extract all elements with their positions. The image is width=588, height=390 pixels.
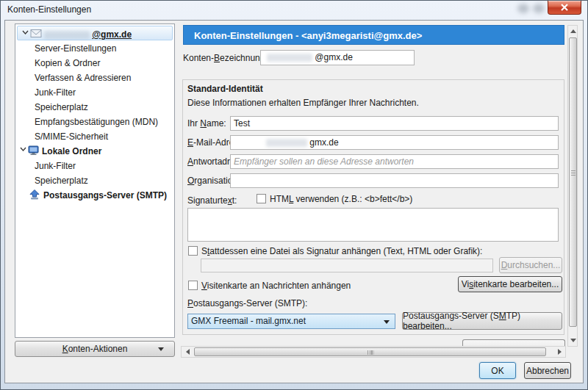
pane-header-title: Konten-Einstellungen - <anyi3megaristi@g…: [194, 30, 422, 41]
account-actions-button[interactable]: Konten-Aktionen: [15, 341, 175, 357]
vertical-scrollbar[interactable]: [567, 25, 578, 347]
use-html-label: HTML verwenden (z.B.: <b>fett</b>): [270, 194, 412, 204]
group-description: Diese Informationen erhalten Empfänger I…: [187, 98, 419, 108]
tree-item-outgoing-server[interactable]: Postausgangs-Server (SMTP): [15, 187, 174, 202]
tree-item-local-junk[interactable]: Junk-Filter: [15, 158, 174, 173]
tree-item-composition[interactable]: Verfassen & Adressieren: [15, 70, 174, 84]
scroll-left-button[interactable]: [182, 347, 193, 356]
reply-to-input[interactable]: Empfänger sollen an diese Adresse antwor…: [230, 154, 559, 169]
smtp-server-selected-value: GMX Freemail - mail.gmx.net: [191, 316, 306, 326]
ok-button[interactable]: OK: [479, 362, 516, 379]
tree-item-local-disk-space[interactable]: Speicherplatz: [15, 173, 174, 187]
account-settings-window: Konten-Einstellungen @gmx.de: [0, 0, 588, 390]
account-name-suffix: @gmx.de: [92, 29, 132, 40]
signature-textarea[interactable]: [187, 208, 559, 242]
close-icon: [561, 4, 569, 11]
tree-item-copies-folders[interactable]: Kopien & Ordner: [15, 55, 174, 70]
your-name-label: Ihr Name:: [187, 118, 226, 129]
organization-input[interactable]: [230, 173, 559, 188]
chevron-down-icon[interactable]: [22, 29, 29, 35]
cancel-button[interactable]: Abbrechen: [524, 362, 571, 379]
scroll-up-button[interactable]: [569, 26, 577, 36]
attach-vcard-label: Visitenkarte an Nachrichten anhängen: [201, 281, 351, 291]
default-identity-group: Standard-Identität Diese Informationen e…: [182, 79, 564, 335]
tree-item-return-receipts[interactable]: Empfangsbestätigungen (MDN): [15, 114, 174, 129]
redacted-smudge: [533, 4, 545, 13]
horizontal-scrollbar[interactable]: [181, 346, 566, 358]
tree-item-local-folders[interactable]: Lokale Ordner: [15, 143, 174, 158]
scroll-down-button[interactable]: [569, 336, 577, 345]
account-settings-dialog: @gmx.de Server-Einstellungen Kopien & Or…: [4, 20, 584, 383]
smtp-server-label: Postausgangs-Server (SMTP):: [187, 298, 307, 308]
signature-file-input: [201, 259, 493, 272]
pane-header: Konten-Einstellungen - <anyi3megaristi@g…: [183, 25, 564, 45]
attach-signature-file-label: Stattdessen eine Datei als Signatur anhä…: [201, 246, 482, 256]
close-button[interactable]: [548, 1, 581, 15]
signature-label: Signaturtext:: [187, 195, 237, 206]
reply-to-placeholder: Empfänger sollen an diese Adresse antwor…: [234, 156, 414, 167]
mail-envelope-icon: [30, 29, 42, 38]
tree-item-junk[interactable]: Junk-Filter: [15, 84, 174, 99]
redacted-text: [266, 139, 307, 147]
group-title: Standard-Identität: [187, 84, 263, 94]
attach-file-checkbox-row: Stattdessen eine Datei als Signatur anhä…: [188, 246, 482, 256]
chevron-down-icon[interactable]: [20, 146, 26, 152]
horizontal-scrollbar-thumb[interactable]: [194, 347, 546, 356]
computer-monitor-icon: [28, 145, 39, 155]
use-html-checkbox[interactable]: [257, 194, 266, 203]
attach-vcard-checkbox[interactable]: [188, 281, 198, 290]
edit-vcard-button[interactable]: Visitenkarte bearbeiten...: [458, 276, 562, 292]
send-up-arrow-icon: [29, 189, 40, 200]
account-tree[interactable]: @gmx.de Server-Einstellungen Kopien & Or…: [15, 24, 175, 338]
edit-smtp-button[interactable]: Postausgangs-Server (SMTP) bearbeiten...: [402, 312, 562, 330]
vertical-scrollbar-thumb[interactable]: [569, 37, 577, 327]
tree-item-smime[interactable]: S/MIME-Sicherheit: [15, 129, 174, 143]
account-name-label: Konten-Bezeichnung:: [183, 53, 268, 63]
chevron-down-icon: [158, 347, 164, 351]
your-name-input[interactable]: Test: [230, 116, 559, 131]
browse-button: Durchsuchen...: [499, 257, 562, 273]
email-input[interactable]: gmx.de: [230, 135, 559, 150]
redacted-smudge: [517, 4, 529, 13]
account-name-value: @gmx.de: [315, 52, 353, 62]
attach-signature-file-checkbox[interactable]: [188, 246, 198, 256]
smtp-server-select[interactable]: GMX Freemail - mail.gmx.net: [187, 314, 395, 329]
account-name-input[interactable]: @gmx.de: [260, 50, 415, 65]
redacted-text: [267, 54, 312, 62]
tree-item-disk-space[interactable]: Speicherplatz: [15, 99, 174, 114]
redacted-account-name: [44, 31, 90, 39]
html-checkbox-row: HTML verwenden (z.B.: <b>fett</b>): [257, 194, 412, 204]
titlebar[interactable]: Konten-Einstellungen: [1, 1, 587, 20]
chevron-down-icon: [384, 320, 390, 324]
tree-item-server-settings[interactable]: Server-Einstellungen: [15, 40, 174, 55]
window-title: Konten-Einstellungen: [7, 4, 91, 15]
scroll-right-button[interactable]: [554, 347, 564, 356]
tree-item-account[interactable]: @gmx.de: [17, 26, 173, 40]
vcard-checkbox-row: Visitenkarte an Nachrichten anhängen: [188, 281, 351, 291]
